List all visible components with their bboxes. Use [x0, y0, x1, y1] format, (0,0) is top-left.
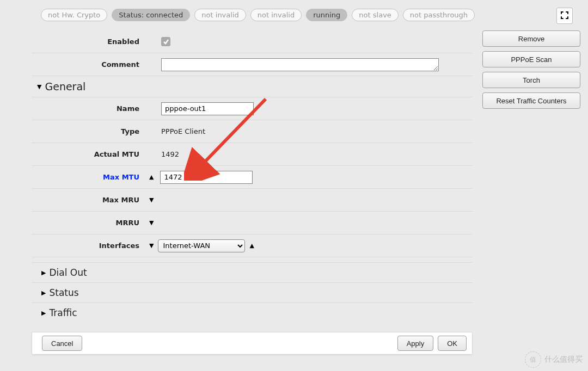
label-comment: Comment — [32, 60, 146, 69]
cancel-button[interactable]: Cancel — [42, 336, 82, 351]
pill-hw-crypto: not Hw. Crypto — [41, 9, 107, 21]
label-max-mtu: Max MTU — [32, 173, 146, 181]
chevron-right-icon — [41, 269, 46, 276]
pill-not-passthrough: not passthrough — [403, 9, 475, 21]
expand-down-icon[interactable] — [149, 242, 154, 249]
settings-panel: Enabled Comment General Name Type PPPoE … — [32, 30, 473, 323]
pppoe-scan-button[interactable]: PPPoE Scan — [482, 51, 580, 67]
expand-down-icon[interactable] — [149, 196, 154, 203]
row-enabled: Enabled — [32, 30, 473, 53]
collapse-up-icon[interactable] — [149, 174, 154, 181]
section-traffic-label: Traffic — [49, 307, 77, 318]
watermark-badge: 值 — [525, 351, 541, 368]
collapse-up-icon[interactable] — [249, 242, 254, 249]
pill-status-connected: Status: connected — [112, 9, 190, 21]
chevron-down-icon — [37, 83, 41, 90]
row-name: Name — [32, 97, 473, 120]
fullscreen-button[interactable] — [556, 8, 573, 24]
status-pill-bar: not Hw. Crypto Status: connected not inv… — [41, 9, 475, 21]
reset-traffic-counters-button[interactable]: Reset Traffic Counters — [482, 92, 580, 109]
row-max-mru: Max MRU — [32, 189, 473, 212]
label-max-mru: Max MRU — [32, 196, 146, 204]
watermark-text: 什么值得买 — [544, 355, 583, 364]
enabled-checkbox[interactable] — [161, 37, 170, 46]
row-interfaces: Interfaces Internet-WAN — [32, 234, 473, 257]
chevron-right-icon — [41, 310, 46, 317]
section-status-label: Status — [49, 287, 78, 298]
row-max-mtu: Max MTU — [32, 166, 473, 189]
chevron-right-icon — [41, 289, 46, 296]
row-mrru: MRRU — [32, 212, 473, 234]
pill-not-slave: not slave — [352, 9, 398, 21]
actual-mtu-value: 1492 — [161, 150, 179, 158]
pill-not-invalid-1: not invalid — [194, 9, 246, 21]
ok-button[interactable]: OK — [438, 336, 467, 351]
section-traffic[interactable]: Traffic — [32, 303, 473, 323]
remove-button[interactable]: Remove — [482, 30, 580, 47]
section-general-label: General — [45, 81, 85, 92]
fullscreen-icon — [560, 11, 569, 21]
watermark: 值 什么值得买 — [525, 351, 583, 368]
footer-bar: Cancel Apply OK — [32, 332, 473, 355]
section-status[interactable]: Status — [32, 283, 473, 303]
expand-down-icon[interactable] — [149, 219, 154, 226]
apply-button[interactable]: Apply — [397, 336, 434, 351]
pill-running: running — [306, 9, 347, 21]
torch-button[interactable]: Torch — [482, 72, 580, 88]
label-mrru: MRRU — [32, 219, 146, 227]
label-name: Name — [32, 104, 146, 113]
label-actual-mtu: Actual MTU — [32, 150, 146, 158]
interfaces-select[interactable]: Internet-WAN — [158, 239, 245, 252]
row-actual-mtu: Actual MTU 1492 — [32, 143, 473, 166]
name-input[interactable] — [161, 102, 254, 115]
section-dial-out-label: Dial Out — [49, 267, 87, 278]
section-general[interactable]: General — [32, 76, 473, 97]
row-type: Type PPPoE Client — [32, 120, 473, 143]
row-comment: Comment — [32, 53, 473, 76]
label-type: Type — [32, 127, 146, 135]
label-interfaces: Interfaces — [32, 242, 146, 250]
side-action-panel: Remove PPPoE Scan Torch Reset Traffic Co… — [482, 30, 580, 109]
type-value: PPPoE Client — [161, 127, 205, 135]
comment-input[interactable] — [161, 58, 439, 71]
pill-not-invalid-2: not invalid — [250, 9, 302, 21]
max-mtu-input[interactable] — [160, 171, 253, 184]
section-dial-out[interactable]: Dial Out — [32, 263, 473, 283]
label-enabled: Enabled — [32, 38, 146, 46]
